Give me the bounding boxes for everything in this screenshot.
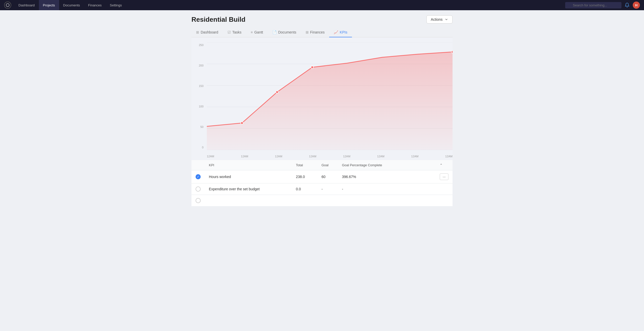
nav-dashboard[interactable]: Dashboard <box>14 0 39 10</box>
table-row: ✓ Hours worked 238.0 60 396.67% ··· <box>191 170 453 183</box>
page-content: Residential Build Actions ⊞ Dashboard ☑ … <box>181 10 463 211</box>
nav-right: H <box>565 2 640 9</box>
chart-fill-area <box>207 52 453 150</box>
chart-dot-8 <box>451 51 453 53</box>
x-label-6: 12AM <box>377 155 384 158</box>
top-navigation: Dashboard Projects Documents Finances Se… <box>0 0 644 10</box>
chart-dot-2 <box>241 122 243 124</box>
row3-action-cell <box>436 195 453 206</box>
tab-finances[interactable]: ⊞ Finances <box>301 28 329 37</box>
nav-links: Dashboard Projects Documents Finances Se… <box>14 0 565 10</box>
nav-documents[interactable]: Documents <box>59 0 84 10</box>
y-label-200: 200 <box>191 64 206 67</box>
x-label-8: 12AM <box>445 155 453 158</box>
y-label-50: 50 <box>191 125 206 128</box>
check-icon: ☑ <box>228 30 231 34</box>
tab-tasks-label: Tasks <box>232 30 242 34</box>
chart-svg <box>207 42 453 150</box>
row2-action-cell <box>436 183 453 195</box>
col-pct: Goal Percentage Complete <box>338 160 436 170</box>
row1-kpi: Hours worked <box>205 170 292 183</box>
chevron-down-icon <box>445 18 448 21</box>
tab-gantt[interactable]: ≡ Gantt <box>246 28 267 37</box>
tab-dashboard[interactable]: ⊞ Dashboard <box>191 28 223 37</box>
tab-kpis[interactable]: 📈 KPIs <box>329 28 352 37</box>
user-avatar[interactable]: H <box>633 2 640 9</box>
notification-bell[interactable] <box>625 3 630 8</box>
tab-finances-label: Finances <box>310 30 325 34</box>
x-label-4: 12AM <box>309 155 316 158</box>
chart-container: 0 50 100 150 200 250 <box>191 37 453 160</box>
chart-icon: 📈 <box>334 30 338 34</box>
table-row <box>191 195 453 206</box>
subtabs: ⊞ Dashboard ☑ Tasks ≡ Gantt 📄 Documents … <box>191 28 453 37</box>
tab-kpis-label: KPIs <box>340 30 347 34</box>
table-header-row: KPI Total Goal Goal Percentage Complete … <box>191 160 453 170</box>
row2-goal: - <box>317 183 338 195</box>
x-label-7: 12AM <box>411 155 418 158</box>
actions-label: Actions <box>431 17 443 21</box>
sort-icon: ⌃ <box>440 163 443 167</box>
page-title: Residential Build <box>191 16 245 24</box>
bars-icon: ≡ <box>251 30 253 34</box>
col-action: ⌃ <box>436 160 453 170</box>
chart-dot-3 <box>276 91 278 93</box>
tab-documents[interactable]: 📄 Documents <box>268 28 301 37</box>
row3-kpi <box>205 195 292 206</box>
row2-pct: - <box>338 183 436 195</box>
nav-projects[interactable]: Projects <box>39 0 59 10</box>
row3-checkbox-empty[interactable] <box>196 198 201 203</box>
chart-y-labels: 0 50 100 150 200 250 <box>191 42 206 150</box>
x-label-1: 12AM <box>207 155 214 158</box>
actions-button[interactable]: Actions <box>426 15 453 24</box>
page-header: Residential Build Actions <box>191 15 453 24</box>
row3-checkbox-cell <box>191 195 205 206</box>
x-label-3: 12AM <box>275 155 282 158</box>
row1-checkbox-cell: ✓ <box>191 170 205 183</box>
row3-goal <box>317 195 338 206</box>
table-row: Expenditure over the set budget 0.0 - - <box>191 183 453 195</box>
chart-wrapper: 0 50 100 150 200 250 <box>191 42 453 160</box>
col-total: Total <box>292 160 317 170</box>
chart-svg-area <box>207 42 453 150</box>
y-label-250: 250 <box>191 43 206 47</box>
tab-documents-label: Documents <box>278 30 296 34</box>
row2-kpi: Expenditure over the set budget <box>205 183 292 195</box>
row1-total: 238.0 <box>292 170 317 183</box>
y-label-150: 150 <box>191 84 206 87</box>
row3-pct <box>338 195 436 206</box>
tab-gantt-label: Gantt <box>254 30 263 34</box>
col-checkbox <box>191 160 205 170</box>
doc-icon: 📄 <box>272 30 277 34</box>
y-label-100: 100 <box>191 105 206 108</box>
nav-finances[interactable]: Finances <box>84 0 106 10</box>
row1-action-button[interactable]: ··· <box>440 173 448 180</box>
x-label-5: 12AM <box>343 155 350 158</box>
row2-total: 0.0 <box>292 183 317 195</box>
app-logo[interactable] <box>4 2 11 9</box>
row1-goal: 60 <box>317 170 338 183</box>
row3-total <box>292 195 317 206</box>
x-label-2: 12AM <box>241 155 248 158</box>
chart-x-labels: 12AM 12AM 12AM 12AM 12AM 12AM 12AM 12AM <box>207 152 453 160</box>
row1-action-cell: ··· <box>436 170 453 183</box>
row1-checkbox-checked[interactable]: ✓ <box>196 174 201 179</box>
row1-pct: 396.67% <box>338 170 436 183</box>
col-goal: Goal <box>317 160 338 170</box>
grid-icon: ⊞ <box>196 30 199 34</box>
tab-tasks[interactable]: ☑ Tasks <box>223 28 246 37</box>
row2-checkbox-empty[interactable] <box>196 186 201 192</box>
chart-dot-4 <box>311 66 314 69</box>
table-icon: ⊞ <box>306 30 309 34</box>
col-kpi: KPI <box>205 160 292 170</box>
search-input[interactable] <box>565 2 621 8</box>
search-wrapper <box>565 2 621 8</box>
nav-settings[interactable]: Settings <box>106 0 126 10</box>
kpi-table: KPI Total Goal Goal Percentage Complete … <box>191 160 453 206</box>
row2-checkbox-cell <box>191 183 205 195</box>
tab-dashboard-label: Dashboard <box>201 30 218 34</box>
y-label-0: 0 <box>191 146 206 149</box>
